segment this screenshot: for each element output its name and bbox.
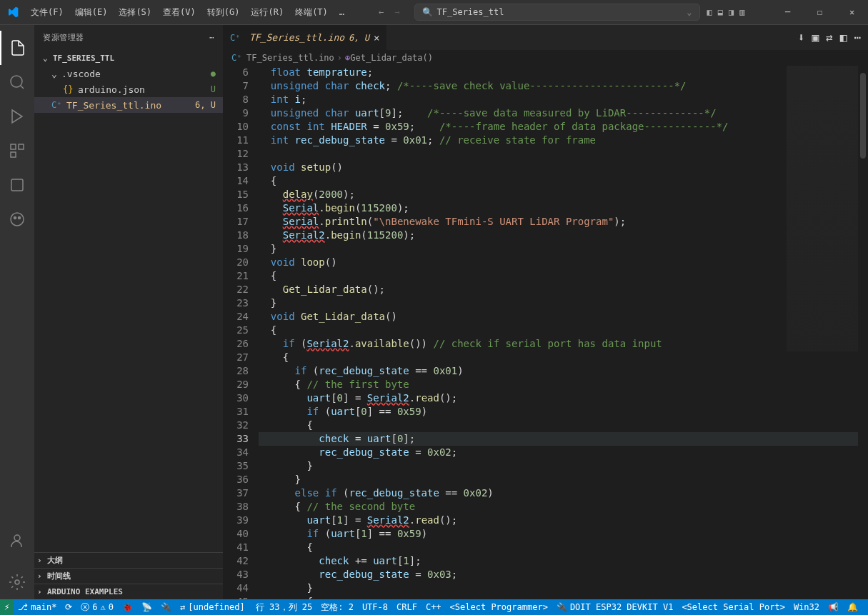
encoding[interactable]: UTF-8 [358,599,392,615]
tab-tf-series[interactable]: C⁺ TF_Series_ttl.ino 6, U × [223,25,387,50]
bell-icon[interactable]: 🔔 [843,599,862,615]
scrollbar-thumb[interactable] [860,73,866,159]
problems[interactable]: ⓧ6 ⚠0 [76,599,118,615]
library-icon[interactable] [0,168,34,202]
svg-point-8 [19,217,21,219]
git-status-badge: U [211,84,216,94]
code-editor[interactable]: 6789101112131415161718192021222324252627… [223,66,868,599]
select-programmer[interactable]: <Select Programmer> [446,599,552,615]
cpp-icon: C⁺ [51,100,63,110]
verify-icon[interactable]: ⬇ [798,31,805,44]
win32[interactable]: Win32 [789,599,824,615]
minimap[interactable] [787,66,858,351]
git-sync[interactable]: ⟳ [61,599,76,615]
status-bar: ⚡ ⎇main* ⟳ ⓧ6 ⚠0 🐞 📡 🔌 ⇄[undefined] 行 33… [0,599,868,615]
menu-go[interactable]: 转到(G) [201,0,246,25]
split-icon[interactable]: ◧ [840,31,847,44]
nav-back-icon[interactable]: ← [379,7,384,17]
search-activity-icon[interactable] [0,65,34,99]
run-debug-icon[interactable] [0,99,34,134]
toggle-panel-bottom-icon[interactable]: ⬓ [718,7,723,17]
minimize-button[interactable]: ─ [772,0,804,25]
branch-icon: ⎇ [18,602,28,612]
section-label: ARDUINO EXAMPLES [47,587,123,596]
customize-layout-icon[interactable]: ▥ [739,7,744,17]
svg-rect-2 [11,144,16,149]
file-tf-series-ino[interactable]: C⁺TF_Series_ttl.ino6, U [34,97,223,113]
port[interactable]: 🔌 [156,599,176,615]
sidebar-more-icon[interactable]: ⋯ [209,33,214,42]
maximize-button[interactable]: ☐ [804,0,836,25]
menu-selection[interactable]: 选择(S) [113,0,157,25]
editor-scrollbar[interactable] [858,66,868,599]
git-dot-icon: ● [211,69,216,79]
upload-icon[interactable]: ▣ [812,31,819,44]
toggle-panel-left-icon[interactable]: ◧ [707,7,712,17]
outline-section[interactable]: ›大纲 [34,552,223,568]
chevron-right-icon: › [337,53,342,63]
json-icon: {} [63,84,74,94]
arduino-examples-section[interactable]: ›ARDUINO EXAMPLES [34,584,223,599]
svg-point-9 [14,535,20,541]
function-icon: ⊕ [345,53,350,63]
main-area: 资源管理器 ⋯ ⌄TF_SERIES_TTL ⌄.vscode● {}ardui… [0,25,868,599]
indentation[interactable]: 空格: 2 [316,599,358,615]
account-icon[interactable] [0,524,34,558]
folder-vscode[interactable]: ⌄.vscode● [34,66,223,81]
compare-icon[interactable]: ⇄ [826,31,833,44]
plug-icon: 🔌 [161,602,171,612]
nav-forward-icon[interactable]: → [394,7,399,17]
line-gutter: 6789101112131415161718192021222324252627… [223,66,259,599]
timeline-section[interactable]: ›时间线 [34,568,223,584]
chevron-right-icon: › [37,571,47,581]
code-content[interactable]: float temprature; unsigned char check; /… [259,66,868,599]
breadcrumbs[interactable]: C⁺ TF_Series_ttl.ino › ⊕ Get_Lidar_data(… [223,50,868,66]
close-button[interactable]: ✕ [836,0,868,25]
remote-indicator[interactable]: ⚡ [0,599,14,615]
debug-status[interactable]: 🐞 [118,599,137,615]
board[interactable]: 🔌DOIT ESP32 DEVKIT V1 [552,599,678,615]
activity-bar [0,25,34,599]
breadcrumb-file: TF_Series_ttl.ino [246,53,334,63]
settings-gear-icon[interactable] [0,565,34,599]
menu-run[interactable]: 运行(R) [245,0,289,25]
svg-rect-3 [19,144,24,149]
workspace-root[interactable]: ⌄TF_SERIES_TTL [34,50,223,66]
git-branch[interactable]: ⎇main* [14,599,61,615]
toggle-panel-right-icon[interactable]: ◨ [729,7,734,17]
menu-file[interactable]: 文件(F) [25,0,69,25]
extensions-icon[interactable] [0,134,34,168]
language-mode[interactable]: C++ [421,599,446,615]
menu-more[interactable]: … [334,0,350,25]
menu-view[interactable]: 查看(V) [157,0,201,25]
select-serial[interactable]: <Select Serial Port> [677,599,789,615]
nav-arrows: ← → [379,7,399,17]
menu-edit[interactable]: 编辑(E) [69,0,114,25]
more-actions-icon[interactable]: ⋯ [854,31,861,44]
error-count: 6 [92,602,97,612]
file-arduino-json[interactable]: {}arduino.jsonU [34,81,223,97]
section-label: 大纲 [47,555,63,566]
svg-point-10 [15,580,19,584]
menu-terminal[interactable]: 终端(T) [289,0,334,25]
remote-icon: ⚡ [4,602,9,612]
cpp-icon: C⁺ [230,33,241,43]
command-center-search[interactable]: 🔍 TF_Series_ttl ⌄ [414,4,700,21]
broadcast-icon: 📡 [141,602,152,612]
feedback-icon[interactable]: 📢 [824,599,843,615]
svg-rect-4 [11,152,16,157]
cpp-icon: C⁺ [231,53,243,63]
file-tree: ⌄TF_SERIES_TTL ⌄.vscode● {}arduino.jsonU… [34,50,223,552]
error-icon: ⓧ [81,601,89,614]
sidebar-header: 资源管理器 ⋯ [34,25,223,50]
explorer-icon[interactable] [0,31,34,65]
close-tab-icon[interactable]: × [374,32,379,44]
editor-area: C⁺ TF_Series_ttl.ino 6, U × ⬇ ▣ ⇄ ◧ ⋯ C⁺… [223,25,868,599]
svg-point-7 [14,217,16,219]
eol[interactable]: CRLF [392,599,421,615]
arrows[interactable]: ⇄[undefined] [176,599,249,615]
title-bar: 文件(F) 编辑(E) 选择(S) 查看(V) 转到(G) 运行(R) 终端(T… [0,0,868,25]
arduino-icon[interactable] [0,202,34,236]
live-share[interactable]: 📡 [137,599,156,615]
cursor-position[interactable]: 行 33，列 25 [251,599,316,615]
